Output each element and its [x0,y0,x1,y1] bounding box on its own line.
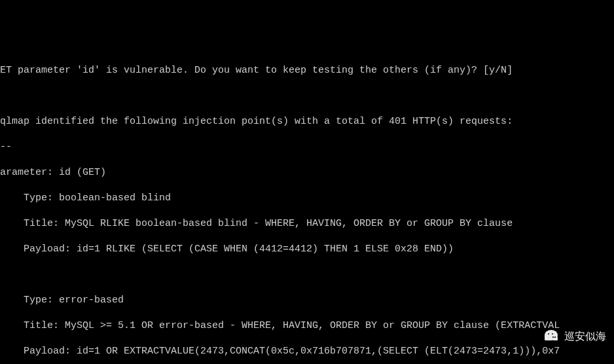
output-line: arameter: id (GET) [0,166,614,179]
output-line: Title: MySQL >= 5.1 OR error-based - WHE… [0,319,614,333]
watermark: 巡安似海 [542,329,606,344]
output-line: -- [0,141,614,154]
output-line: ET parameter 'id' is vulnerable. Do you … [0,64,614,77]
wechat-icon [542,329,560,344]
output-line [0,90,614,103]
watermark-text: 巡安似海 [564,330,606,344]
output-line: Type: error-based [0,294,614,307]
output-line: Payload: id=1 OR EXTRACTVALUE(2473,CONCA… [0,345,614,358]
output-line: Payload: id=1 RLIKE (SELECT (CASE WHEN (… [0,243,614,256]
output-line: qlmap identified the following injection… [0,115,614,128]
output-line [0,268,614,282]
output-line: Type: boolean-based blind [0,192,614,205]
output-line: Title: MySQL RLIKE boolean-based blind -… [0,217,614,230]
terminal-output[interactable]: ET parameter 'id' is vulnerable. Do you … [0,51,614,364]
